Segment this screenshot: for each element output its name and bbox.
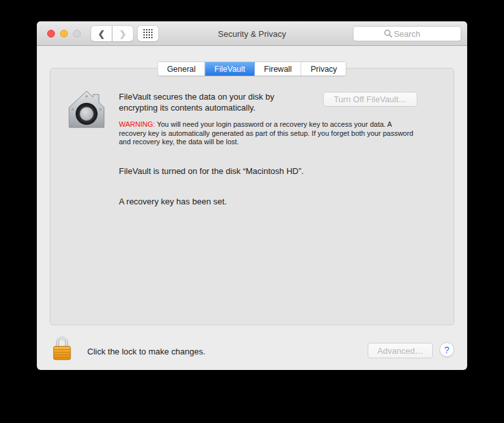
title-bar[interactable]: ❮ ❯ Security & Privacy xyxy=(37,21,467,46)
advanced-button[interactable]: Advanced… xyxy=(368,343,433,358)
turn-off-filevault-button[interactable]: Turn Off FileVault… xyxy=(323,92,417,107)
help-button[interactable]: ? xyxy=(439,342,454,357)
warning-label: WARNING: xyxy=(119,120,155,128)
question-mark-icon: ? xyxy=(445,345,450,355)
tab-filevault[interactable]: FileVault xyxy=(205,62,255,76)
filevault-house-lock-icon xyxy=(63,88,110,135)
security-privacy-window: ❮ ❯ Security & Privacy xyxy=(37,21,467,370)
desktop-background: ❮ ❯ Security & Privacy xyxy=(0,0,504,423)
lock-hint-text: Click the lock to make changes. xyxy=(87,347,205,356)
filevault-description: FileVault secures the data on your disk … xyxy=(119,91,313,113)
tab-general[interactable]: General xyxy=(158,62,205,76)
filevault-warning: WARNING: You will need your login passwo… xyxy=(119,120,417,147)
search-input[interactable] xyxy=(353,27,461,41)
filevault-status-disk: FileVault is turned on for the disk “Mac… xyxy=(119,166,304,176)
filevault-pane: FileVault secures the data on your disk … xyxy=(50,68,454,325)
warning-text: You will need your login password or a r… xyxy=(119,120,414,146)
tab-firewall[interactable]: Firewall xyxy=(255,62,302,76)
filevault-status-recovery-key: A recovery key has been set. xyxy=(119,197,227,206)
tab-privacy[interactable]: Privacy xyxy=(302,62,346,76)
lock-icon[interactable] xyxy=(52,335,72,361)
search-field[interactable] xyxy=(353,27,461,41)
preference-tabs: General FileVault Firewall Privacy xyxy=(158,62,346,76)
